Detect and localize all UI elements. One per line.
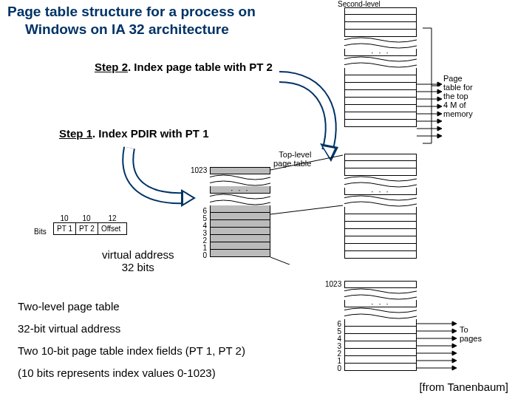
svg-marker-10 xyxy=(437,89,442,94)
step-1: Step 1. Index PDIR with PT 1 xyxy=(59,127,209,140)
step-1-rest: . Index PDIR with PT 1 xyxy=(92,127,209,140)
svg-marker-34 xyxy=(452,358,457,363)
svg-marker-8 xyxy=(437,82,442,86)
bullet-list: Two-level page table 32-bit virtual addr… xyxy=(18,296,245,384)
svg-line-6 xyxy=(270,257,343,265)
svg-marker-18 xyxy=(437,119,442,123)
svg-marker-24 xyxy=(452,321,457,326)
virtual-address-label: virtual address 32 bits xyxy=(102,248,174,273)
svg-marker-14 xyxy=(437,104,442,109)
svg-line-5 xyxy=(270,205,343,214)
svg-marker-16 xyxy=(437,112,442,116)
to-pages-label: To pages xyxy=(460,325,482,343)
connector-arrows xyxy=(270,154,344,265)
bits-label: Bits xyxy=(34,228,47,236)
bullet-3: Two 10-bit page table index fields (PT 1… xyxy=(18,340,245,362)
svg-marker-26 xyxy=(452,329,457,333)
second-level-table-mid: · · · xyxy=(344,154,417,259)
va-line1: virtual address xyxy=(102,248,174,261)
svg-marker-36 xyxy=(452,366,457,370)
virtual-address-fields: Bits 10 10 12 PT 1 PT 2 Offset xyxy=(53,214,127,235)
ellipsis: · · · xyxy=(210,186,270,194)
svg-marker-28 xyxy=(452,336,457,341)
bullet-1: Two-level page table xyxy=(18,296,245,318)
step-1-prefix: Step 1 xyxy=(59,127,92,140)
output-arrows xyxy=(417,7,458,377)
title-line-1: Page table structure for a process on xyxy=(7,3,256,21)
step-2-rest: . Index page table with PT 2 xyxy=(128,61,273,73)
page-title: Page table structure for a process on Wi… xyxy=(7,3,256,38)
second-level-table-bottom: · · · xyxy=(344,281,417,371)
va-line2: 32 bits xyxy=(102,261,174,273)
title-line-2: Windows on IA 32 architecture xyxy=(7,21,256,38)
svg-marker-22 xyxy=(437,134,442,138)
credit: [from Tanenbaum] xyxy=(419,381,508,393)
bullet-4: (10 bits represents index values 0-1023) xyxy=(18,362,245,384)
idx-1023: 1023 xyxy=(191,166,207,174)
second-level-label-cut: Second-level xyxy=(338,0,419,7)
top-level-page-table: · · · xyxy=(210,167,270,257)
svg-line-4 xyxy=(270,155,343,170)
step-2: Step 2. Index page table with PT 2 xyxy=(95,61,273,73)
second-level-table-top: · · · xyxy=(344,7,417,127)
svg-marker-20 xyxy=(437,126,442,131)
svg-marker-12 xyxy=(437,97,442,101)
arrow-step-1 xyxy=(111,140,200,214)
bullet-2: 32-bit virtual address xyxy=(18,318,245,340)
svg-marker-30 xyxy=(452,344,457,348)
step-2-prefix: Step 2 xyxy=(95,61,128,73)
svg-marker-32 xyxy=(452,351,457,355)
